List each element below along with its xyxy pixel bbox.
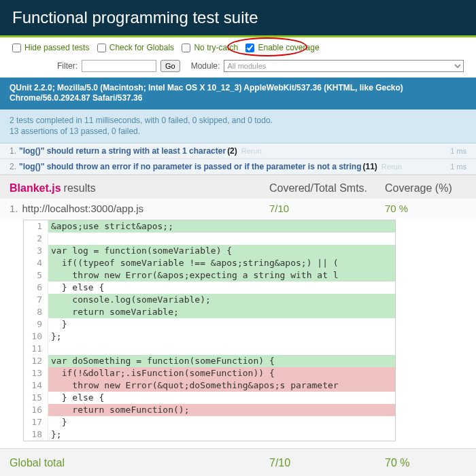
code-line: 9 } xyxy=(24,318,395,330)
code-line: 18}; xyxy=(24,428,395,441)
blanket-results-label: results xyxy=(64,182,96,194)
line-text: } xyxy=(48,416,395,428)
line-number: 9 xyxy=(24,318,48,330)
line-text: if(!&dollar;.isFunction(someFunction)) { xyxy=(48,367,395,379)
test-time: 1 ms xyxy=(450,147,466,155)
blanket-header: Blanket.js results Covered/Total Smts. C… xyxy=(0,175,476,199)
test-asserts: (11) xyxy=(362,162,377,171)
file-path: http://localhost:3000/app.js xyxy=(22,203,143,214)
line-number: 11 xyxy=(24,343,48,355)
line-number: 6 xyxy=(24,282,48,294)
code-line: 8 return someVariable; xyxy=(24,306,395,318)
code-line: 15 } else { xyxy=(24,392,395,404)
code-line: 11 xyxy=(24,343,395,355)
code-line: 17 } xyxy=(24,416,395,428)
test-summary: 2 tests completed in 11 milliseconds, wi… xyxy=(0,109,476,144)
filter-bar: Filter: Go Module: All modules xyxy=(0,57,476,78)
test-row[interactable]: 1. "log()" should return a string with a… xyxy=(0,143,476,159)
source-code: 1&apos;use strict&apos;;23var log = func… xyxy=(23,220,396,441)
line-number: 1 xyxy=(24,220,48,233)
line-number: 14 xyxy=(24,379,48,392)
code-line: 10}; xyxy=(24,330,395,343)
no-trycatch-label[interactable]: No try-catch xyxy=(182,43,238,52)
line-text: } else { xyxy=(48,392,395,404)
line-text xyxy=(48,233,395,245)
hide-passed-checkbox[interactable] xyxy=(12,44,21,52)
code-line: 2 xyxy=(24,233,395,245)
enable-coverage-label[interactable]: Enable coverage xyxy=(245,43,319,52)
hide-passed-text: Hide passed tests xyxy=(24,43,89,52)
code-line: 4 if((typeof someVariable !== &apos;stri… xyxy=(24,257,395,269)
line-text: throw new Error(&quot;doSomething&apos;s… xyxy=(48,379,395,392)
line-text: } else { xyxy=(48,282,395,294)
line-text: if((typeof someVariable !== &apos;string… xyxy=(48,257,395,269)
global-total-label: Global total xyxy=(10,457,65,469)
test-index: 2. xyxy=(10,162,16,171)
global-total-row: Global total 7/10 70 % xyxy=(0,448,476,476)
page-title: Functional programming test suite xyxy=(12,8,464,27)
code-line: 3var log = function(someVariable) { xyxy=(24,245,395,257)
line-text: return someFunction(); xyxy=(48,404,395,416)
check-globals-text: Check for Globals xyxy=(109,43,174,52)
enable-coverage-checkbox[interactable] xyxy=(245,44,254,52)
module-label: Module: xyxy=(191,61,220,71)
coverage-file-row[interactable]: 1. http://localhost:3000/app.js 7/10 70 … xyxy=(0,199,476,218)
user-agent: QUnit 2.2.0; Mozilla/5.0 (Macintosh; Int… xyxy=(0,78,476,109)
rerun-link[interactable]: Rerun xyxy=(241,147,262,155)
page-header: Functional programming test suite xyxy=(0,0,476,37)
line-text xyxy=(48,343,395,355)
code-line: 14 throw new Error(&quot;doSomething&apo… xyxy=(24,379,395,392)
line-number: 15 xyxy=(24,392,48,404)
test-name: "log()" should throw an error if no para… xyxy=(19,162,361,171)
line-text: &apos;use strict&apos;; xyxy=(48,220,395,233)
code-line: 5 throw new Error(&apos;expecting a stri… xyxy=(24,269,395,282)
module-select[interactable]: All modules xyxy=(224,60,464,72)
code-line: 13 if(!&dollar;.isFunction(someFunction)… xyxy=(24,367,395,379)
check-globals-label[interactable]: Check for Globals xyxy=(97,43,174,52)
line-number: 5 xyxy=(24,269,48,282)
filter-input[interactable] xyxy=(82,60,156,72)
check-globals-checkbox[interactable] xyxy=(97,44,106,52)
line-number: 13 xyxy=(24,367,48,379)
line-number: 10 xyxy=(24,330,48,343)
code-line: 1&apos;use strict&apos;; xyxy=(24,220,395,233)
code-line: 16 return someFunction(); xyxy=(24,404,395,416)
file-index: 1. xyxy=(10,203,18,214)
line-number: 17 xyxy=(24,416,48,428)
file-pct: 70 % xyxy=(385,203,466,214)
code-line: 7 console.log(someVariable); xyxy=(24,294,395,306)
go-button[interactable]: Go xyxy=(160,60,180,72)
summary-line1: 2 tests completed in 11 milliseconds, wi… xyxy=(10,115,466,126)
enable-coverage-text: Enable coverage xyxy=(258,43,319,52)
global-total-covered: 7/10 xyxy=(269,457,385,469)
test-row[interactable]: 2. "log()" should throw an error if no p… xyxy=(0,159,476,175)
filter-label: Filter: xyxy=(57,61,78,71)
rerun-link[interactable]: Rerun xyxy=(381,163,402,171)
code-line: 6 } else { xyxy=(24,282,395,294)
summary-line2: 13 assertions of 13 passed, 0 failed. xyxy=(10,126,466,137)
global-total-pct: 70 % xyxy=(385,457,466,469)
blanket-brand: Blanket.js xyxy=(10,182,61,194)
hide-passed-label[interactable]: Hide passed tests xyxy=(12,43,89,52)
no-trycatch-checkbox[interactable] xyxy=(182,44,190,52)
test-index: 1. xyxy=(10,146,16,156)
line-number: 2 xyxy=(24,233,48,245)
line-number: 4 xyxy=(24,257,48,269)
no-trycatch-text: No try-catch xyxy=(194,43,238,52)
line-number: 3 xyxy=(24,245,48,257)
line-text: }; xyxy=(48,330,395,343)
file-covered: 7/10 xyxy=(269,203,385,214)
line-number: 7 xyxy=(24,294,48,306)
line-number: 16 xyxy=(24,404,48,416)
blanket-col-covered: Covered/Total Smts. xyxy=(269,182,385,194)
line-text: return someVariable; xyxy=(48,306,395,318)
test-name: "log()" should return a string with at l… xyxy=(19,146,226,156)
line-text: throw new Error(&apos;expecting a string… xyxy=(48,269,395,282)
line-number: 18 xyxy=(24,428,48,441)
qunit-toolbar: Hide passed tests Check for Globals No t… xyxy=(0,37,476,57)
line-text: }; xyxy=(48,428,395,441)
test-list: 1. "log()" should return a string with a… xyxy=(0,143,476,175)
line-text: var doSomething = function(someFunction)… xyxy=(48,355,395,367)
line-number: 12 xyxy=(24,355,48,367)
line-text: console.log(someVariable); xyxy=(48,294,395,306)
